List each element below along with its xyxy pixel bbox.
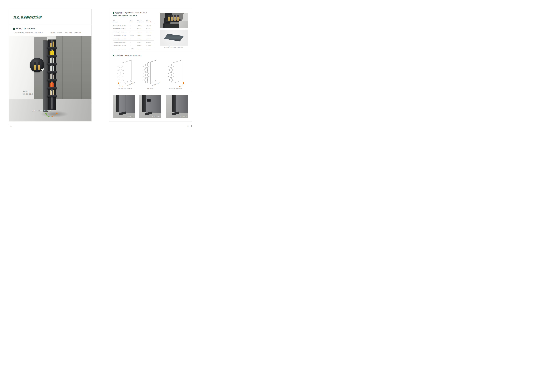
detail-callout-circle (30, 58, 44, 72)
specification-table: 规格(W*D*H)层数Layer柜体宽度Cabinet width柜内宽度Inn… (113, 19, 154, 51)
basket-tray (47, 95, 57, 97)
green-square-icon (13, 28, 15, 30)
table-cell-cabinet_width: 400mm (137, 44, 146, 47)
feature-bullet-list: 内含8轴承旋转、全铝合金支架、内嵌硅胶灯条联动结构、省力静音、大容量大收纳、二边… (14, 32, 89, 34)
page-number-bar (9, 125, 9, 127)
table-cell-cabinet_width: 400mm (137, 41, 146, 44)
installation-heading-zh: 安装参数图 (115, 55, 123, 56)
stored-item (50, 58, 51, 63)
glass-basket-tray (164, 34, 184, 42)
effect-photo: 篮体平拉出效果 (139, 95, 161, 118)
cabinet-wall (119, 95, 135, 113)
stored-item (53, 66, 54, 71)
bottle-silhouette (38, 62, 40, 70)
effect-caption: 向右旋转效果 (180, 116, 187, 117)
basket-tray (47, 87, 57, 89)
basket-tray (47, 63, 57, 65)
diagram-captions: 篮体平拉出 向左边旋转篮体平拉出篮体平拉出 向右边旋转 (109, 88, 192, 89)
stored-item (53, 42, 54, 47)
heading-slash: / (23, 28, 23, 30)
stored-item (53, 90, 54, 95)
table-row: G:344*505*(1650-1950)mm6400mm364 ±2mm (113, 44, 154, 47)
effect-photo: 向左旋转效果 (113, 95, 135, 118)
basket-stack (147, 97, 151, 112)
table-cell-layer: 5 (130, 27, 137, 30)
table-cell-spec: G:344*505*(1650-1950)mm (113, 44, 130, 47)
glass-basket-product-photo (160, 30, 188, 46)
stored-item (52, 82, 53, 87)
table-cell-spec: F:344*505*(1350-1650)mm (113, 41, 130, 44)
table-row: H:344*505*(1950-2200)mm6 (加高)400mm364 ±2… (113, 47, 154, 51)
features-heading-zh: 产品特点 (15, 28, 22, 30)
heading-slash: / (124, 55, 124, 56)
basket-in-cabinet-photo (160, 13, 188, 28)
table-cell-inner_width: 264 ±2mm (146, 34, 154, 37)
installation-diagram: 柜内深度 ≥520mm (114, 59, 136, 88)
table-row: C:244*505*(1650-1950)mm6300mm264 ±2mm (113, 30, 154, 34)
stored-item (53, 75, 54, 79)
table-cell-inner_width: 364 ±2mm (146, 37, 154, 41)
open-door (116, 95, 119, 112)
svg-text:柜内深度 ≥520mm: 柜内深度 ≥520mm (152, 82, 160, 86)
basket-tray (47, 71, 57, 73)
stored-item (51, 74, 52, 79)
table-header: 柜体宽度Cabinet width (137, 19, 146, 24)
effect-caption: 篮体平拉出效果 (152, 116, 160, 117)
table-cell-layer: 5 (130, 41, 137, 44)
orange-arrowhead (56, 112, 57, 114)
stored-item (50, 74, 51, 79)
table-cell-cabinet_width: 300mm (137, 27, 146, 30)
open-door (142, 95, 146, 112)
green-square-icon (113, 55, 114, 56)
diagram-caption: 篮体平拉出 向右边旋转 (165, 88, 186, 89)
stored-item (51, 58, 52, 63)
installation-heading-en: Installation parameters (125, 55, 141, 56)
table-cell-cabinet_width: 400mm (137, 37, 146, 41)
open-cabinet-door (43, 40, 48, 112)
table-cell-inner_width: 364 ±2mm (146, 41, 154, 44)
features-heading-en: Product Features (24, 28, 36, 30)
left-page-panel: 灯光·全铝旋转太空舱 Revolving Tall Unit 产品特点 / Pr… (9, 9, 92, 121)
revolving-tall-unit (48, 40, 56, 110)
feature-bullet: 内含8轴承旋转、全铝合金支架、内嵌硅胶灯条 (14, 32, 43, 34)
basket-tray (47, 79, 57, 81)
stored-item (53, 83, 54, 87)
stored-item (50, 42, 51, 47)
effect-caption: 向左旋转效果 (127, 116, 134, 117)
table-cell-spec: B:244*505*(1350-1650)mm (113, 27, 130, 30)
table-cell-spec: C:244*505*(1650-1950)mm (113, 30, 130, 34)
table-cell-layer: 4 (130, 24, 137, 27)
rotation-arrows (42, 110, 60, 120)
cabinet-seam (181, 95, 181, 113)
feature-bullet: 联动结构、省力静音、大容量大收纳、二边氛围光源 (49, 32, 81, 34)
installation-diagram (165, 59, 186, 88)
table-row: B:244*505*(1350-1650)mm5300mm264 ±2mm (113, 27, 154, 30)
clip-part (172, 44, 173, 44)
spec-photo-caption: 全内部棒卯结构玻璃篮·不见任何螺丝 (160, 46, 188, 48)
cabinet-base (165, 24, 180, 28)
spec-photo-column (160, 13, 188, 46)
table-cell-inner_width: 364 ±2mm (146, 44, 154, 47)
model-numbers: GS05-01XZ·A / GS05-01XZ-WP·A (113, 15, 137, 17)
page-subtitle: Revolving Tall Unit (14, 18, 26, 20)
table-cell-cabinet_width: 300mm (137, 24, 146, 27)
bottle-silhouette (168, 15, 170, 21)
basket-tray (47, 47, 57, 49)
bottle-silhouette (174, 15, 176, 21)
table-cell-inner_width: 264 ±2mm (146, 24, 154, 27)
right-page-panel: 规格参数图 / Specification Parameter Chart GS… (109, 9, 192, 121)
bottle-silhouette (34, 62, 36, 70)
clip-part (169, 44, 170, 44)
table-cell-spec: E:344*505*(1050-1350)mm (113, 37, 130, 41)
page-number-left: 143 (10, 125, 12, 127)
diagram-caption: 篮体平拉出 (140, 88, 161, 89)
table-cell-cabinet_width: 300mm (137, 30, 146, 34)
table-header: 层数Layer (130, 19, 137, 24)
heading-slash: / (124, 12, 124, 14)
table-cell-layer: 6 (130, 44, 137, 47)
bottle-silhouette (177, 15, 180, 21)
stored-item (53, 58, 54, 63)
table-row: E:344*505*(1050-1350)mm4400mm364 ±2mm (113, 37, 154, 41)
effect-photo: 向右旋转效果 (166, 95, 187, 118)
stored-item (51, 51, 52, 55)
